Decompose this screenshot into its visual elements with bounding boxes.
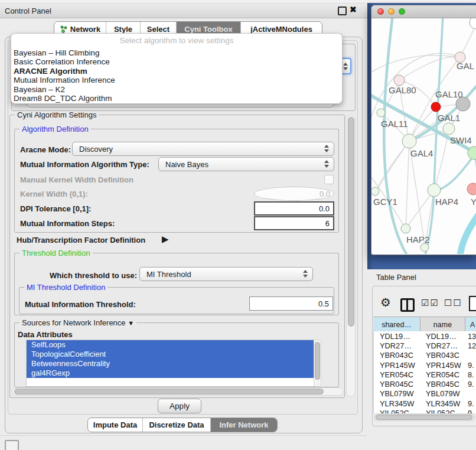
node-HAP4[interactable]: [428, 184, 441, 197]
minimized-panel-icon[interactable]: [5, 440, 19, 450]
page-icon[interactable]: [469, 296, 476, 311]
zoom-traffic-light[interactable]: [399, 8, 405, 15]
node-GAL1[interactable]: [443, 123, 455, 135]
table-row[interactable]: YBR045CYBR045C9.: [374, 379, 476, 389]
table-row[interactable]: YBR043CYBR043C: [374, 351, 476, 360]
node-bottom[interactable]: [420, 243, 429, 252]
table-row[interactable]: YIL052CYIL052C9: [374, 408, 476, 413]
table-row[interactable]: YLR345WYLR345W9.: [374, 399, 476, 408]
node-HAP2[interactable]: [401, 224, 410, 233]
mi-threshold-field[interactable]: 0.5: [249, 296, 333, 311]
float-window-icon[interactable]: [338, 6, 347, 15]
tab-infer-network[interactable]: Infer Network: [210, 418, 277, 432]
table-header: shared… name A: [373, 317, 476, 332]
node-GAL4[interactable]: [402, 134, 416, 148]
column-header-name[interactable]: name: [420, 317, 465, 332]
network-graph: GAL GAL80 GAL10 GAL11 GAL1 SWI4 GAL4 GCY…: [371, 18, 476, 254]
node-label: GAL80: [389, 85, 416, 95]
column-header-partial[interactable]: A: [465, 317, 476, 332]
hub-definition-label: Hub/Transcription Factor Definition: [17, 236, 145, 244]
mi-steps-label: Mutual Information Steps:: [20, 219, 115, 228]
split-columns-icon[interactable]: [400, 298, 415, 312]
tab-discretize-data[interactable]: Discretize Data: [142, 418, 210, 432]
dropdown-item[interactable]: Basic Correlation Inference: [14, 57, 340, 66]
column-header-shared[interactable]: shared…: [373, 317, 420, 332]
list-item[interactable]: SelfLoops: [27, 340, 314, 350]
network-canvas[interactable]: GAL GAL80 GAL10 GAL11 GAL1 SWI4 GAL4 GCY…: [371, 18, 476, 254]
close-traffic-light[interactable]: [377, 8, 384, 15]
algorithm-dropdown-popup: Select algorithm to view settings Bayesi…: [11, 33, 343, 104]
which-threshold-combo[interactable]: MI Threshold: [139, 267, 313, 281]
unchecked-pair-icon[interactable]: ☐☐: [444, 298, 462, 308]
settings-scrollbar-thumb[interactable]: [348, 117, 354, 327]
cyni-settings-title: Cyni Algorithm Settings: [15, 110, 99, 119]
list-item[interactable]: TopologicalCoefficient: [27, 350, 314, 359]
node-GAL80[interactable]: [394, 75, 405, 86]
table-horizontal-scrollbar-thumb[interactable]: [376, 415, 472, 420]
node-GAL11[interactable]: [377, 109, 385, 117]
aracne-mode-combo[interactable]: Discovery: [72, 142, 334, 156]
mi-type-label: Mutual Information Algorithm Type:: [20, 160, 149, 169]
node-label: HAP2: [406, 234, 429, 244]
dropdown-item-selected[interactable]: ARACNE Algorithm: [14, 67, 340, 76]
node-label: SWI4: [450, 135, 472, 145]
control-panel-titlebar: Control Panel: [0, 4, 367, 18]
node-label: GAL4: [410, 148, 433, 158]
aracne-mode-label: Aracne Mode:: [20, 145, 71, 154]
node-label: GAL10: [435, 89, 463, 99]
collapse-down-icon[interactable]: ▼: [128, 319, 134, 327]
horizontal-scrollbar-thumb[interactable]: [14, 389, 324, 394]
table-row[interactable]: YDL19…YDL19…13: [374, 331, 476, 341]
mi-threshold-label: Mutual Information Threshold:: [25, 300, 136, 309]
node-Y-partial[interactable]: [467, 183, 476, 195]
table-horizontal-scrollbar[interactable]: [374, 413, 475, 421]
list-scrollbar[interactable]: [314, 340, 321, 387]
dropdown-item[interactable]: Bayesian – K2: [14, 85, 340, 94]
close-icon[interactable]: ✖: [350, 5, 357, 14]
gear-icon[interactable]: ⚙: [380, 295, 391, 309]
which-threshold-label: Which threshold to use:: [50, 271, 137, 280]
dropdown-item[interactable]: Dream8 DC_TDC Algorithm: [14, 94, 340, 103]
node-partial[interactable]: [470, 18, 476, 29]
network-window-titlebar[interactable]: [371, 5, 476, 18]
table-row[interactable]: YDR27…YDR27…12: [374, 341, 476, 350]
tab-impute-data[interactable]: Impute Data: [88, 418, 142, 432]
dropdown-item[interactable]: Mutual Information Inference: [14, 76, 340, 84]
mi-type-combo[interactable]: Naive Bayes: [158, 157, 334, 171]
network-icon: [60, 25, 67, 33]
expand-right-icon[interactable]: ▶: [162, 234, 169, 244]
sources-title: Sources for Network Inference: [22, 318, 126, 327]
table-body: YDL19…YDL19…13 YDR27…YDR27…12 YBR043CYBR…: [373, 331, 476, 413]
node-GCY1[interactable]: [371, 187, 379, 195]
minimize-traffic-light[interactable]: [388, 8, 395, 15]
apply-button[interactable]: Apply: [158, 399, 201, 413]
node-label: HAP4: [435, 197, 458, 207]
bottom-divider: [0, 435, 367, 436]
dropdown-item[interactable]: Bayesian – Hill Climbing: [14, 48, 340, 57]
checked-pair-icon[interactable]: ☑☑: [421, 298, 439, 308]
node-labels: GAL GAL80 GAL10 GAL11 GAL1 SWI4 GAL4 GCY…: [373, 61, 476, 244]
dpi-tolerance-field[interactable]: 0.0: [254, 201, 334, 216]
table-row[interactable]: YER054CYER054C8.: [374, 370, 476, 379]
settings-scrollbar[interactable]: [346, 115, 356, 397]
bottom-tabbar: Impute Data Discretize Data Infer Networ…: [87, 418, 278, 432]
dropdown-hint: Select algorithm to view settings: [11, 36, 342, 45]
combo-arrows-icon: [303, 270, 308, 278]
list-scrollbar-thumb[interactable]: [315, 342, 320, 380]
manual-kernel-label: Manual Kernel Width Definition: [20, 175, 133, 184]
table-row[interactable]: YBL079WYBL079W: [374, 389, 476, 399]
horizontal-scrollbar[interactable]: [12, 387, 344, 396]
combo-arrows-icon: [324, 145, 329, 152]
mi-steps-field[interactable]: 6: [254, 216, 334, 230]
kernel-width-field[interactable]: 0.0: [254, 187, 334, 201]
kernel-width-label: Kernel Width (0,1):: [20, 190, 88, 198]
node-GAL10[interactable]: [431, 102, 441, 112]
table-row[interactable]: YPR145WYPR145W9.: [374, 360, 476, 370]
network-window: GAL GAL80 GAL10 GAL11 GAL1 SWI4 GAL4 GCY…: [371, 5, 476, 255]
manual-kernel-checkbox[interactable]: [324, 175, 334, 184]
node-label: GAL: [457, 61, 474, 71]
list-item[interactable]: BetweennessCentrality: [27, 359, 314, 369]
data-attributes-list: SelfLoops TopologicalCoefficient Between…: [26, 340, 314, 387]
list-item[interactable]: gal4RGexp: [27, 369, 314, 378]
spinner-up-icon: [343, 63, 348, 66]
